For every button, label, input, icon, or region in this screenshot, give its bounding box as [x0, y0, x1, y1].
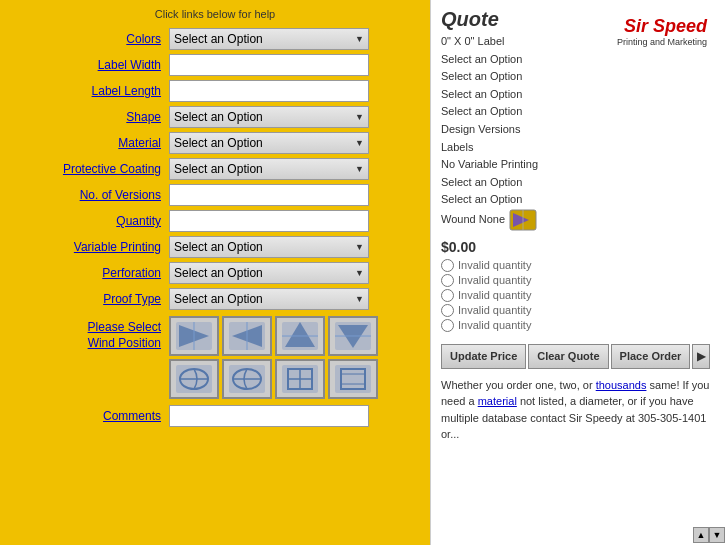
wind-icon-7[interactable]	[275, 359, 325, 399]
right-panel: Quote Sir Speed Printing and Marketing 0…	[430, 0, 727, 545]
shape-row: Shape Select an Option	[4, 106, 426, 128]
scroll-down-arrow[interactable]: ▼	[709, 527, 725, 543]
info-line-6: Labels	[441, 139, 717, 157]
protective-coating-select[interactable]: Select an Option	[169, 158, 369, 180]
clear-quote-button[interactable]: Clear Quote	[528, 344, 608, 369]
material-select[interactable]: Select an Option	[169, 132, 369, 154]
perforation-select-wrapper: Select an Option	[169, 262, 369, 284]
comments-label[interactable]: Comments	[4, 409, 169, 423]
price-display: $0.00	[441, 239, 717, 255]
quote-info: 0" X 0" Label Select an Option Select an…	[441, 33, 717, 231]
proof-type-select-wrapper: Select an Option	[169, 288, 369, 310]
info-line-8: Select an Option	[441, 174, 717, 192]
comments-input[interactable]	[169, 405, 369, 427]
shape-label[interactable]: Shape	[4, 110, 169, 124]
versions-label[interactable]: No. of Versions	[4, 188, 169, 202]
footer-text-start: Whether you order one, two, or	[441, 379, 596, 391]
wound-icon	[509, 209, 537, 231]
wind-icon-4[interactable]	[328, 316, 378, 356]
button-row: Update Price Clear Quote Place Order ▶	[441, 344, 717, 369]
update-price-button[interactable]: Update Price	[441, 344, 526, 369]
perforation-label[interactable]: Perforation	[4, 266, 169, 280]
place-order-button[interactable]: Place Order	[611, 344, 691, 369]
quantity-row: Quantity	[4, 210, 426, 232]
wind-icon-1[interactable]	[169, 316, 219, 356]
label-width-input[interactable]	[169, 54, 369, 76]
info-line-1: Select an Option	[441, 51, 717, 69]
quantity-input[interactable]	[169, 210, 369, 232]
colors-row: Colors Select an Option	[4, 28, 426, 50]
wind-position-label[interactable]: Please Select Wind Position	[4, 316, 169, 351]
protective-coating-row: Protective Coating Select an Option	[4, 158, 426, 180]
versions-row: No. of Versions	[4, 184, 426, 206]
brand-logo: Sir Speed Printing and Marketing	[617, 16, 707, 47]
radio-group: Invalid quantity Invalid quantity Invali…	[441, 259, 717, 332]
info-line-3: Select an Option	[441, 86, 717, 104]
material-row: Material Select an Option	[4, 132, 426, 154]
variable-printing-row: Variable Printing Select an Option	[4, 236, 426, 258]
wind-icon-2[interactable]	[222, 316, 272, 356]
wind-icon-5[interactable]	[169, 359, 219, 399]
scroll-up-arrow[interactable]: ▲	[693, 527, 709, 543]
info-line-9: Select an Option	[441, 191, 717, 209]
info-line-7: No Variable Printing	[441, 156, 717, 174]
left-panel: Click links below for help Colors Select…	[0, 0, 430, 545]
footer-link-thousands[interactable]: thousands	[596, 379, 647, 391]
wind-position-grid	[169, 316, 378, 399]
proof-type-select[interactable]: Select an Option	[169, 288, 369, 310]
protective-coating-label[interactable]: Protective Coating	[4, 162, 169, 176]
next-button[interactable]: ▶	[692, 344, 710, 369]
brand-name: Sir Speed	[617, 16, 707, 37]
info-line-4: Select an Option	[441, 103, 717, 121]
label-width-row: Label Width	[4, 54, 426, 76]
colors-select[interactable]: Select an Option	[169, 28, 369, 50]
footer-link-material[interactable]: material	[478, 395, 517, 407]
protective-coating-select-wrapper: Select an Option	[169, 158, 369, 180]
perforation-row: Perforation Select an Option	[4, 262, 426, 284]
radio-2[interactable]	[441, 289, 454, 302]
wind-icon-3[interactable]	[275, 316, 325, 356]
radio-label-4: Invalid quantity	[458, 319, 531, 331]
radio-label-1: Invalid quantity	[458, 274, 531, 286]
variable-printing-label[interactable]: Variable Printing	[4, 240, 169, 254]
comments-row: Comments	[4, 405, 426, 427]
colors-select-wrapper: Select an Option	[169, 28, 369, 50]
radio-row-3: Invalid quantity	[441, 304, 717, 317]
variable-printing-select[interactable]: Select an Option	[169, 236, 369, 258]
shape-select-wrapper: Select an Option	[169, 106, 369, 128]
radio-3[interactable]	[441, 304, 454, 317]
versions-input[interactable]	[169, 184, 369, 206]
radio-label-3: Invalid quantity	[458, 304, 531, 316]
nav-arrows: ▲ ▼	[693, 527, 725, 543]
radio-0[interactable]	[441, 259, 454, 272]
wind-position-row: Please Select Wind Position	[4, 316, 426, 399]
wind-icon-8[interactable]	[328, 359, 378, 399]
proof-type-label[interactable]: Proof Type	[4, 292, 169, 306]
label-width-label[interactable]: Label Width	[4, 58, 169, 72]
label-length-row: Label Length	[4, 80, 426, 102]
shape-select[interactable]: Select an Option	[169, 106, 369, 128]
proof-type-row: Proof Type Select an Option	[4, 288, 426, 310]
radio-4[interactable]	[441, 319, 454, 332]
label-length-label[interactable]: Label Length	[4, 84, 169, 98]
material-label[interactable]: Material	[4, 136, 169, 150]
perforation-select[interactable]: Select an Option	[169, 262, 369, 284]
footer-text: Whether you order one, two, or thousands…	[441, 377, 717, 443]
wind-icon-6[interactable]	[222, 359, 272, 399]
radio-row-2: Invalid quantity	[441, 289, 717, 302]
info-line-10: Wound None	[441, 209, 717, 231]
quantity-label[interactable]: Quantity	[4, 214, 169, 228]
info-line-5: Design Versions	[441, 121, 717, 139]
help-text: Click links below for help	[4, 8, 426, 20]
radio-label-2: Invalid quantity	[458, 289, 531, 301]
radio-1[interactable]	[441, 274, 454, 287]
radio-row-0: Invalid quantity	[441, 259, 717, 272]
radio-row-4: Invalid quantity	[441, 319, 717, 332]
radio-row-1: Invalid quantity	[441, 274, 717, 287]
colors-label[interactable]: Colors	[4, 32, 169, 46]
brand-tagline: Printing and Marketing	[617, 37, 707, 47]
quote-header: Quote Sir Speed Printing and Marketing	[441, 8, 717, 31]
label-length-input[interactable]	[169, 80, 369, 102]
info-line-2: Select an Option	[441, 68, 717, 86]
variable-printing-select-wrapper: Select an Option	[169, 236, 369, 258]
